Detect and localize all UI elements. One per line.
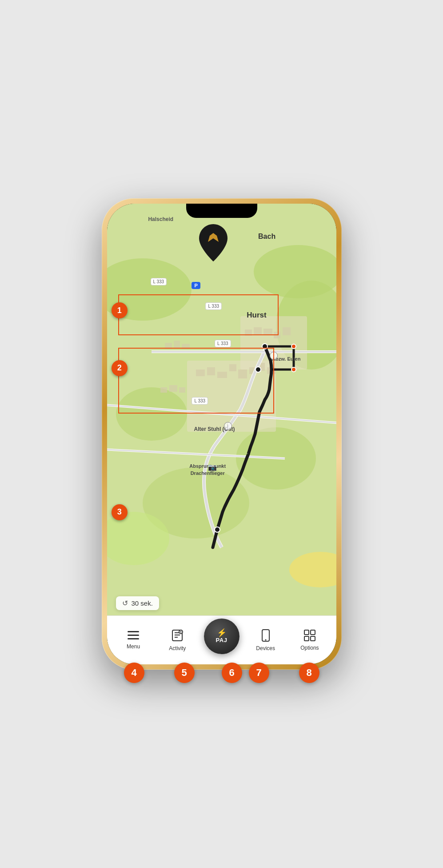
svg-rect-14 <box>229 364 236 371</box>
info-icon-2: i <box>224 422 232 430</box>
svg-rect-28 <box>174 341 180 348</box>
svg-point-30 <box>262 344 267 349</box>
map-pin <box>199 224 227 263</box>
svg-point-46 <box>265 639 266 640</box>
paj-button[interactable]: ⚡ PAJ <box>204 619 239 654</box>
svg-point-34 <box>215 527 220 532</box>
road-badge-l333-3: L 333 <box>215 340 231 347</box>
svg-rect-22 <box>274 332 280 338</box>
svg-rect-11 <box>196 370 205 376</box>
parking-badge: P <box>192 282 200 289</box>
svg-rect-37 <box>128 638 139 639</box>
svg-point-31 <box>255 367 261 372</box>
nav-options[interactable]: Options <box>287 625 331 651</box>
svg-rect-49 <box>304 636 309 641</box>
svg-point-5 <box>116 387 187 441</box>
outer-annotation-6: 6 <box>222 663 242 683</box>
road-badge-l333-2: L 333 <box>205 302 222 310</box>
svg-rect-23 <box>283 327 291 335</box>
svg-rect-24 <box>160 387 167 393</box>
svg-point-33 <box>291 367 296 372</box>
svg-rect-29 <box>182 344 190 349</box>
devices-label: Devices <box>256 645 275 651</box>
activity-icon <box>172 629 183 643</box>
svg-rect-36 <box>128 635 139 636</box>
svg-rect-15 <box>238 370 247 378</box>
phone-inner: Halscheid Bach Hurst Alter Stuhl (Ost) A… <box>107 204 336 664</box>
notch <box>186 204 257 218</box>
timer-badge: ↺ 30 sek. <box>116 596 159 610</box>
devices-icon <box>261 629 271 643</box>
bottom-nav: Menu <box>107 615 336 664</box>
nav-devices[interactable]: Devices <box>243 625 287 651</box>
svg-rect-25 <box>169 385 177 392</box>
camera-icon-map: 📷 <box>208 463 217 471</box>
svg-point-44 <box>180 631 182 632</box>
screen: Halscheid Bach Hurst Alter Stuhl (Ost) A… <box>107 204 336 664</box>
annotation-1: 1 <box>112 302 128 318</box>
outer-annotation-4: 4 <box>124 663 144 683</box>
svg-rect-12 <box>207 367 215 375</box>
outer-annotation-5: 5 <box>174 663 195 683</box>
svg-rect-10 <box>240 316 307 370</box>
svg-rect-20 <box>254 327 262 334</box>
nav-activity[interactable]: Activity <box>156 625 200 651</box>
menu-label: Menu <box>127 643 140 650</box>
map-area[interactable]: Halscheid Bach Hurst Alter Stuhl (Ost) A… <box>107 204 336 615</box>
svg-rect-21 <box>263 329 272 335</box>
outer-annotation-8: 8 <box>299 663 319 683</box>
svg-rect-19 <box>245 330 252 336</box>
svg-point-32 <box>291 344 296 349</box>
svg-rect-35 <box>128 631 139 632</box>
timer-label: 30 sek. <box>132 599 153 607</box>
road-badge-l333-1: L 333 <box>151 278 167 285</box>
svg-rect-47 <box>304 630 309 635</box>
phone-wrapper: Halscheid Bach Hurst Alter Stuhl (Ost) A… <box>102 198 342 670</box>
road-badge-l333-4: L 333 <box>192 397 208 405</box>
svg-rect-50 <box>311 636 315 641</box>
annotation-3: 3 <box>112 504 128 520</box>
svg-rect-26 <box>179 387 185 393</box>
timer-icon: ↺ <box>122 599 128 607</box>
svg-rect-13 <box>217 372 227 378</box>
nav-menu[interactable]: Menu <box>112 627 156 650</box>
menu-icon <box>128 631 139 642</box>
activity-label: Activity <box>169 645 186 651</box>
options-label: Options <box>300 645 319 651</box>
paj-lightning-icon: ⚡ <box>217 629 227 637</box>
annotation-2: 2 <box>112 360 128 376</box>
map-svg <box>107 204 336 615</box>
svg-rect-27 <box>165 343 172 349</box>
outer-annotation-7: 7 <box>249 663 269 683</box>
options-icon <box>304 630 315 643</box>
svg-rect-48 <box>311 630 315 635</box>
paj-label: PAJ <box>216 637 227 643</box>
phone-outer: Halscheid Bach Hurst Alter Stuhl (Ost) A… <box>102 198 342 670</box>
